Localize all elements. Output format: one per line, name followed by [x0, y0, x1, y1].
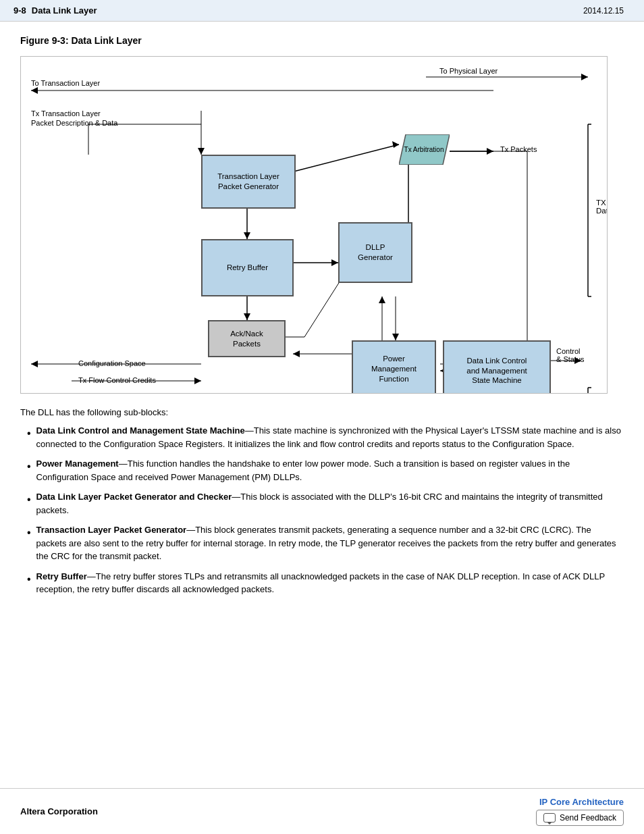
header-section-title: Data Link Layer	[32, 5, 97, 16]
control-status-label: Control & Status	[556, 347, 585, 363]
bullet-dot-4: •	[27, 525, 31, 541]
svg-marker-24	[194, 377, 201, 384]
bullet-3: • Data Link Layer Packet Generator and C…	[27, 490, 624, 517]
footer-company: Altera Corporation	[20, 806, 98, 816]
tlp-generator-label: Transaction Layer Packet Generator	[217, 172, 279, 192]
ack-nack-label: Ack/Nack Packets	[230, 329, 263, 349]
svg-marker-28	[293, 350, 300, 357]
bullet-dot-1: •	[27, 425, 31, 442]
dllp-generator-block: DLLP Generator	[338, 222, 412, 283]
bullet-dot-5: •	[27, 571, 31, 588]
page-number: 9-8	[14, 5, 26, 16]
svg-marker-1	[31, 87, 38, 94]
retry-buffer-block: Retry Buffer	[201, 239, 294, 296]
svg-marker-22	[31, 361, 38, 367]
bullet-5: • Retry Buffer—The retry buffer stores T…	[27, 570, 624, 596]
send-feedback-button[interactable]: Send Feedback	[536, 810, 624, 826]
diagram: Transaction Layer Packet Generator Retry…	[20, 56, 608, 394]
svg-marker-13	[392, 141, 399, 148]
power-mgmt-label: Power Management Function	[371, 354, 417, 384]
main-content: Figure 9-3: Data Link Layer	[0, 22, 644, 617]
header-left: 9-8 Data Link Layer	[14, 5, 97, 16]
tx-arbitration-block: Tx Arbitration	[399, 134, 450, 165]
figure-title: Figure 9-3: Data Link Layer	[20, 35, 624, 46]
tx-datapath-label: TX Datapath	[596, 199, 608, 215]
data-link-control-label: Data Link Control and Management State M…	[466, 356, 527, 386]
bullet-list: • Data Link Control and Management State…	[20, 424, 624, 596]
feedback-icon	[543, 813, 556, 823]
svg-marker-39	[379, 296, 385, 303]
bullet-3-text: Data Link Layer Packet Generator and Che…	[36, 490, 624, 517]
bullet-dot-2: •	[27, 459, 31, 475]
svg-marker-60	[399, 134, 450, 165]
bullet-1: • Data Link Control and Management State…	[27, 424, 624, 450]
footer-right: IP Core Architecture Send Feedback	[536, 797, 624, 826]
svg-marker-15	[487, 148, 493, 155]
svg-line-12	[294, 145, 399, 172]
tx-tlp-desc-label: Tx Transaction Layer Packet Description …	[31, 109, 117, 128]
bullet-1-text: Data Link Control and Management State M…	[36, 424, 624, 450]
svg-marker-7	[198, 148, 205, 155]
svg-marker-11	[244, 313, 250, 320]
text-content: The DLL has the following sub-blocks: • …	[20, 407, 624, 596]
header-date: 2014.12.15	[583, 6, 624, 16]
tx-arb-svg: Tx Arbitration	[399, 134, 450, 165]
ack-nack-block: Ack/Nack Packets	[208, 320, 286, 357]
svg-text:Tx Arbitration: Tx Arbitration	[404, 146, 444, 153]
page: 9-8 Data Link Layer 2014.12.15 Figure 9-…	[0, 0, 644, 834]
to-physical-label: To Physical Layer	[439, 66, 498, 76]
feedback-label: Send Feedback	[560, 813, 616, 823]
svg-marker-18	[331, 259, 338, 266]
header: 9-8 Data Link Layer 2014.12.15	[0, 0, 644, 22]
tx-flow-label: Tx Flow Control Credits	[78, 375, 156, 385]
bullet-2: • Power Management—This function handles…	[27, 457, 624, 484]
svg-marker-9	[244, 232, 250, 239]
bullet-2-text: Power Management—This function handles t…	[36, 457, 624, 484]
power-mgmt-block: Power Management Function	[352, 340, 436, 394]
tlp-generator-block: Transaction Layer Packet Generator	[201, 155, 296, 209]
dllp-generator-label: DLLP Generator	[358, 242, 393, 263]
bullet-4-text: Transaction Layer Packet Generator—This …	[36, 523, 624, 563]
footer: Altera Corporation IP Core Architecture …	[0, 788, 644, 834]
svg-marker-41	[392, 334, 399, 340]
data-link-control-block: Data Link Control and Management State M…	[443, 340, 551, 394]
tx-packets-label: Tx Packets	[500, 145, 537, 154]
bullet-dot-3: •	[27, 492, 31, 508]
to-transaction-label: To Transaction Layer	[31, 78, 100, 88]
bullet-4: • Transaction Layer Packet Generator—Thi…	[27, 523, 624, 563]
intro-text: The DLL has the following sub-blocks:	[20, 407, 624, 417]
footer-link[interactable]: IP Core Architecture	[539, 797, 624, 807]
bullet-5-text: Retry Buffer—The retry buffer stores TLP…	[36, 570, 624, 596]
svg-marker-3	[581, 74, 588, 80]
config-space-label: Configuration Space	[78, 359, 146, 368]
retry-buffer-label: Retry Buffer	[227, 263, 268, 273]
